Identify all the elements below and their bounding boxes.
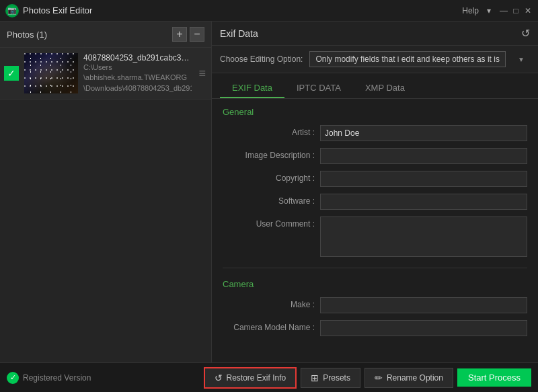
help-label[interactable]: Help	[462, 6, 479, 15]
photos-controls: + −	[172, 27, 204, 42]
exif-header: Exif Data ↺	[212, 22, 538, 46]
app-title: Photos Exif Editor	[23, 5, 92, 15]
copyright-field-row: Copyright :	[223, 171, 527, 187]
help-dropdown-icon[interactable]: ▾	[487, 6, 491, 15]
software-field-row: Software :	[223, 194, 527, 210]
exif-content: General Artist : Image Description : Cop…	[212, 99, 538, 362]
artist-label: Artist :	[223, 125, 320, 137]
title-bar-controls: Help ▾ — □ ✕	[462, 6, 533, 15]
start-process-label: Start Process	[468, 373, 521, 383]
exif-title: Exif Data	[220, 28, 258, 39]
make-input[interactable]	[320, 297, 527, 313]
window-controls: — □ ✕	[499, 6, 533, 15]
camera-section-title: Camera	[223, 279, 527, 289]
bottom-left: ✓ Registered Version	[7, 372, 91, 384]
tab-xmp-data[interactable]: XMP Data	[353, 79, 417, 98]
image-description-field-row: Image Description :	[223, 148, 527, 164]
photo-path-line3: \Downloads\40878804253_db291ca...	[83, 83, 192, 93]
registered-text: Registered Version	[23, 373, 91, 383]
make-field-row: Make :	[223, 297, 527, 313]
copyright-label: Copyright :	[223, 171, 320, 183]
restore-icon: ↺	[215, 373, 223, 383]
presets-button[interactable]: ⊞ Presets	[301, 368, 360, 388]
main-content: Photos (1) + − ✓ 40878804253_db291cabc3_…	[0, 22, 538, 362]
general-section-title: General	[223, 107, 527, 117]
title-bar: 📷 Photos Exif Editor Help ▾ — □ ✕	[0, 0, 538, 22]
artist-field-row: Artist :	[223, 125, 527, 141]
editing-option-label: Choose Editing Option:	[220, 54, 303, 64]
close-button[interactable]: ✕	[523, 6, 533, 15]
copyright-input[interactable]	[320, 171, 527, 187]
tab-iptc-data[interactable]: IPTC DATA	[284, 79, 353, 98]
artist-input[interactable]	[320, 125, 527, 141]
tab-exif-data[interactable]: EXIF Data	[220, 79, 284, 98]
minimize-button[interactable]: —	[499, 6, 508, 15]
rename-option-button[interactable]: ✏ Rename Option	[364, 368, 453, 388]
registered-icon: ✓	[7, 372, 19, 384]
camera-model-label: Camera Model Name :	[223, 320, 320, 332]
photo-info: 40878804253_db291cabc3_o.png C:\Users \a…	[83, 53, 192, 93]
refresh-button[interactable]: ↺	[521, 27, 530, 40]
section-divider	[223, 268, 527, 268]
photos-header: Photos (1) + −	[0, 22, 211, 48]
photo-thumbnail	[24, 53, 78, 93]
photo-menu-button[interactable]: ≡	[197, 67, 207, 81]
photo-path-line1: C:\Users	[83, 63, 192, 73]
tabs-bar: EXIF Data IPTC DATA XMP Data	[212, 73, 538, 99]
image-description-label: Image Description :	[223, 148, 320, 160]
software-label: Software :	[223, 194, 320, 206]
rename-label: Rename Option	[387, 373, 443, 383]
title-bar-left: 📷 Photos Exif Editor	[5, 4, 92, 17]
user-comment-label: User Comment :	[223, 217, 320, 229]
photo-filename: 40878804253_db291cabc3_o.png	[83, 53, 192, 63]
presets-label: Presets	[323, 373, 350, 383]
app-icon: 📷	[5, 4, 19, 17]
start-process-button[interactable]: Start Process	[457, 368, 531, 387]
photo-path-line2: \abhishek.sharma.TWEAKORG	[83, 73, 192, 83]
editing-option-select[interactable]: Only modify fields that i edit and keep …	[309, 51, 506, 67]
user-comment-textarea[interactable]	[320, 217, 527, 257]
left-panel: Photos (1) + − ✓ 40878804253_db291cabc3_…	[0, 22, 212, 362]
restore-exif-button[interactable]: ↺ Restore Exif Info	[204, 367, 297, 389]
photo-stars-overlay	[24, 53, 78, 93]
add-photo-button[interactable]: +	[172, 27, 187, 42]
restore-label: Restore Exif Info	[227, 373, 286, 383]
photo-checkbox[interactable]: ✓	[4, 66, 19, 81]
remove-photo-button[interactable]: −	[190, 27, 204, 42]
photos-title: Photos (1)	[7, 30, 47, 40]
image-description-input[interactable]	[320, 148, 527, 164]
maximize-button[interactable]: □	[511, 6, 521, 15]
bottom-actions: ↺ Restore Exif Info ⊞ Presets ✏ Rename O…	[204, 367, 531, 389]
right-panel: Exif Data ↺ Choose Editing Option: Only …	[212, 22, 538, 362]
make-label: Make :	[223, 297, 320, 309]
bottom-bar: ✓ Registered Version ↺ Restore Exif Info…	[0, 362, 538, 392]
presets-icon: ⊞	[311, 373, 319, 383]
software-input[interactable]	[320, 194, 527, 210]
user-comment-field-row: User Comment :	[223, 217, 527, 257]
editing-option-select-wrapper: Only modify fields that i edit and keep …	[309, 51, 530, 67]
rename-icon: ✏	[375, 373, 383, 383]
photo-list-item: ✓ 40878804253_db291cabc3_o.png C:\Users …	[0, 48, 211, 100]
camera-model-input[interactable]	[320, 320, 527, 336]
camera-model-field-row: Camera Model Name :	[223, 320, 527, 336]
editing-option-bar: Choose Editing Option: Only modify field…	[212, 46, 538, 73]
